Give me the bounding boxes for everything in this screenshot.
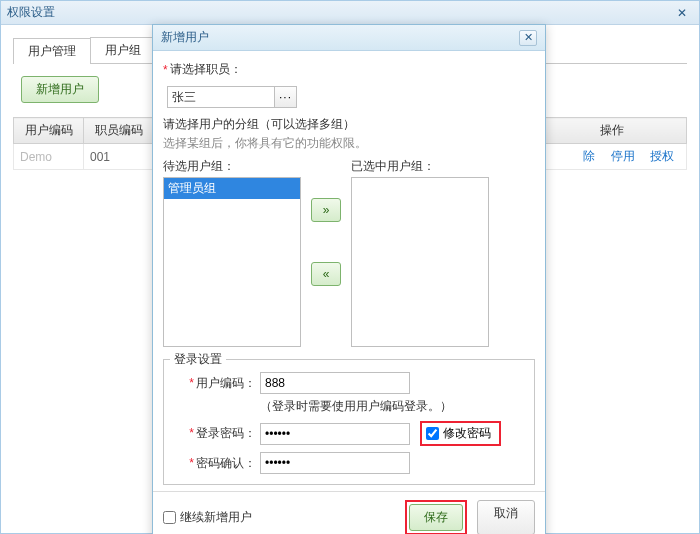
add-user-dialog: 新增用户 ✕ * 请选择职员： ··· 请选择用户的分组（可以选择多组） 选择某…: [152, 24, 546, 534]
required-asterisk-icon: *: [189, 456, 194, 470]
move-right-button[interactable]: »: [311, 198, 341, 222]
modify-password-checkbox[interactable]: [426, 427, 439, 440]
save-button[interactable]: 保存: [409, 504, 463, 531]
dialog-footer: 继续新增用户 保存 取消: [153, 491, 545, 534]
user-code-label: 用户编码：: [196, 376, 256, 390]
dialog-title: 新增用户: [161, 29, 209, 46]
row-action-delete[interactable]: 除: [583, 149, 595, 163]
login-settings-legend: 登录设置: [170, 351, 226, 368]
select-employee-label: 请选择职员：: [170, 61, 242, 78]
modify-password-label: 修改密码: [443, 425, 491, 442]
cancel-button[interactable]: 取消: [477, 500, 535, 534]
modify-password-highlight: 修改密码: [420, 421, 501, 446]
tab-user-management[interactable]: 用户管理: [13, 38, 91, 64]
chevron-double-right-icon: »: [323, 203, 330, 217]
selected-groups-listbox[interactable]: [351, 177, 489, 347]
parent-title: 权限设置: [7, 4, 55, 21]
parent-close-button[interactable]: ✕: [671, 5, 693, 21]
group-subhint: 选择某组后，你将具有它的功能权限。: [163, 135, 535, 152]
selected-groups-label: 已选中用户组：: [351, 158, 489, 175]
employee-input[interactable]: [167, 86, 275, 108]
required-asterisk-icon: *: [163, 63, 168, 77]
cell-emp-code: 001: [84, 144, 154, 170]
password-label: 登录密码：: [196, 426, 256, 440]
dialog-titlebar: 新增用户 ✕: [153, 25, 545, 51]
password-input[interactable]: [260, 423, 410, 445]
list-item[interactable]: 管理员组: [164, 178, 300, 199]
tab-user-group[interactable]: 用户组: [90, 37, 156, 63]
employee-lookup-button[interactable]: ···: [275, 86, 297, 108]
available-groups-label: 待选用户组：: [163, 158, 301, 175]
add-user-button[interactable]: 新增用户: [21, 76, 99, 103]
login-settings-group: 登录设置 *用户编码： （登录时需要使用用户编码登录。） *登录密码： 修改密码…: [163, 359, 535, 485]
required-asterisk-icon: *: [189, 426, 194, 440]
col-user-code: 用户编码: [14, 118, 84, 144]
row-action-auth[interactable]: 授权: [650, 149, 674, 163]
available-groups-listbox[interactable]: 管理员组: [163, 177, 301, 347]
dialog-close-button[interactable]: ✕: [519, 30, 537, 46]
col-actions: 操作: [537, 118, 687, 144]
parent-titlebar: 权限设置 ✕: [1, 1, 699, 25]
continue-add-label: 继续新增用户: [180, 509, 252, 526]
confirm-password-input[interactable]: [260, 452, 410, 474]
employee-picker: ···: [167, 86, 297, 108]
confirm-password-label: 密码确认：: [196, 456, 256, 470]
user-code-input[interactable]: [260, 372, 410, 394]
continue-add-checkbox[interactable]: [163, 511, 176, 524]
required-asterisk-icon: *: [189, 376, 194, 390]
chevron-double-left-icon: «: [323, 267, 330, 281]
group-hint: 请选择用户的分组（可以选择多组）: [163, 116, 535, 133]
move-left-button[interactable]: «: [311, 262, 341, 286]
cell-user-code: Demo: [14, 144, 84, 170]
col-emp-code: 职员编码: [84, 118, 154, 144]
user-code-note: （登录时需要使用用户编码登录。）: [260, 398, 526, 415]
save-button-highlight: 保存: [405, 500, 467, 534]
row-action-disable[interactable]: 停用: [611, 149, 635, 163]
